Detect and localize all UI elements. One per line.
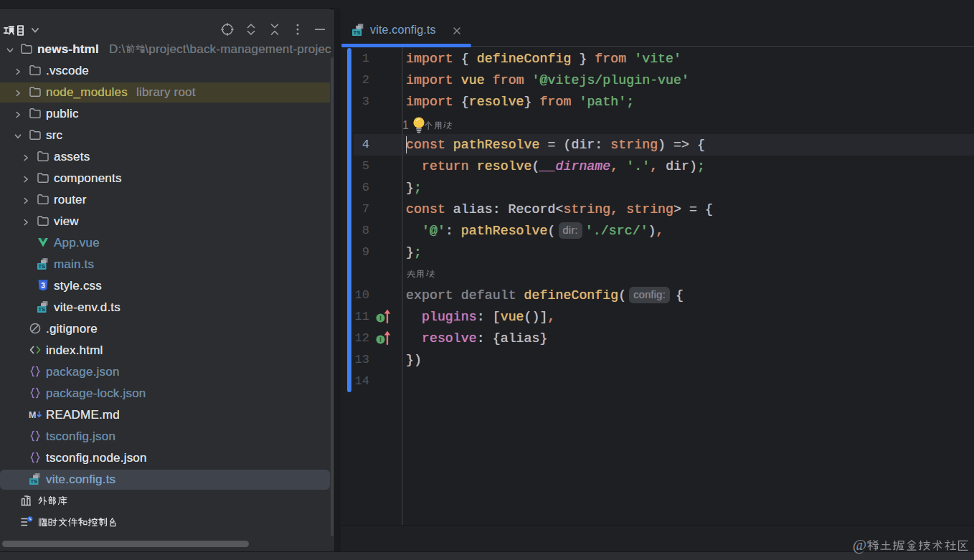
svg-text:TS: TS — [38, 306, 45, 313]
svg-text:3: 3 — [41, 282, 45, 290]
svg-text:TS: TS — [38, 263, 45, 270]
svg-text:TS: TS — [30, 478, 37, 485]
svg-text:M: M — [29, 410, 36, 420]
svg-text:TS: TS — [354, 29, 361, 36]
